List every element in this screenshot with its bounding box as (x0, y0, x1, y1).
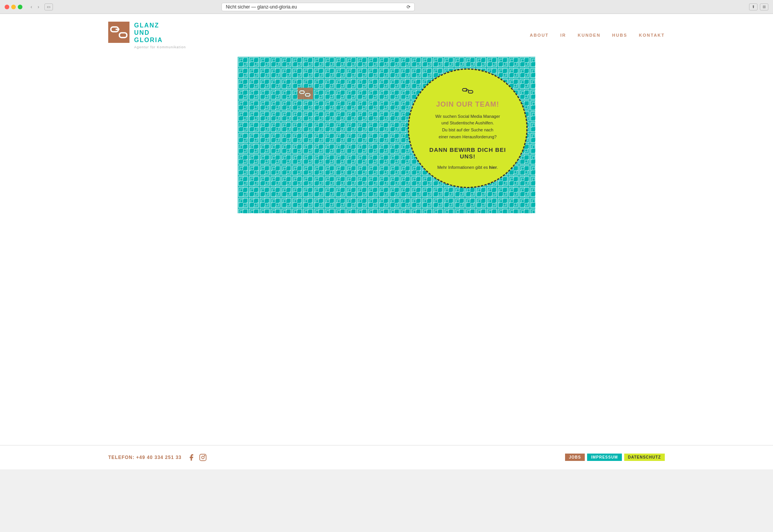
svg-rect-21 (199, 454, 206, 461)
svg-rect-17 (468, 90, 473, 93)
browser-chrome: ‹ › ▭ Nicht sicher — glanz-und-gloria.eu… (0, 0, 773, 14)
svg-rect-14 (305, 93, 310, 96)
pattern-logo-stamp (298, 88, 313, 99)
logo-icon (108, 22, 129, 43)
circle-chain-svg (462, 87, 473, 95)
logo-chain-svg (108, 22, 129, 43)
circle-cta-text: DANN BEWIRB DICH BEI UNS! (421, 146, 515, 160)
svg-rect-13 (300, 91, 304, 93)
footer-social (187, 453, 207, 462)
here-link[interactable]: hier (489, 165, 497, 170)
tab-button[interactable]: ▭ (44, 3, 53, 10)
nav-ir[interactable]: IR (560, 33, 566, 37)
svg-point-22 (201, 456, 204, 459)
forward-button[interactable]: › (36, 3, 41, 10)
facebook-icon[interactable] (187, 453, 196, 462)
main-nav: ABOUT IR KUNDEN HUBS KONTAKT (530, 33, 665, 37)
nav-kunden[interactable]: KUNDEN (578, 33, 601, 37)
yellow-circle-cta: JOIN OUR TEAM! Wir suchen Social Media M… (408, 68, 528, 188)
site-footer: TELEFON: +49 40 334 251 33 (0, 445, 773, 469)
browser-nav: ‹ › (26, 3, 41, 10)
reload-icon[interactable]: ⟳ (407, 4, 410, 10)
share-button[interactable]: ⬆ (749, 3, 758, 10)
nav-kontakt[interactable]: KONTAKT (639, 33, 665, 37)
logo-name: GLANZ UND GLORIA (134, 22, 186, 44)
maximize-dot[interactable] (18, 5, 22, 9)
footer-jobs-button[interactable]: JOBS (565, 454, 585, 461)
zoom-button[interactable]: ⊞ (760, 3, 768, 10)
nav-hubs[interactable]: HUBS (612, 33, 627, 37)
nav-about[interactable]: ABOUT (530, 33, 549, 37)
back-button[interactable]: ‹ (29, 3, 34, 10)
hero-banner: JOIN OUR TEAM! Wir suchen Social Media M… (238, 57, 535, 213)
footer-right: JOBS IMPRESSUM DATENSCHUTZ (565, 454, 665, 461)
site-header: GLANZ UND GLORIA Agentur für Kommunikati… (0, 14, 773, 57)
minimize-dot[interactable] (11, 5, 16, 9)
main-content (0, 213, 773, 445)
circle-body: Wir suchen Social Media Manager und Stud… (435, 113, 500, 140)
browser-right-controls: ⬆ ⊞ (749, 3, 773, 10)
hero-pattern: JOIN OUR TEAM! Wir suchen Social Media M… (238, 57, 535, 213)
circle-logo-icon (462, 87, 473, 97)
footer-phone: TELEFON: +49 40 334 251 33 (108, 455, 182, 460)
logo-tagline: Agentur für Kommunikation (134, 45, 186, 49)
circle-title: JOIN OUR TEAM! (436, 100, 499, 109)
footer-datenschutz-button[interactable]: DATENSCHUTZ (624, 454, 665, 461)
footer-left: TELEFON: +49 40 334 251 33 (108, 453, 207, 462)
page-wrapper: GLANZ UND GLORIA Agentur für Kommunikati… (0, 14, 773, 469)
instagram-icon[interactable] (199, 453, 207, 462)
url-text: Nicht sicher — glanz-und-gloria.eu (226, 4, 297, 10)
address-bar[interactable]: Nicht sicher — glanz-und-gloria.eu ⟳ (221, 3, 415, 11)
circle-info: Mehr Informationen gibt es hier. (437, 165, 498, 170)
window-controls (0, 5, 22, 9)
svg-point-23 (204, 455, 205, 456)
logo-text: GLANZ UND GLORIA Agentur für Kommunikati… (134, 22, 186, 49)
footer-impressum-button[interactable]: IMPRESSUM (587, 454, 622, 461)
svg-rect-1 (119, 33, 127, 37)
logo-area[interactable]: GLANZ UND GLORIA Agentur für Kommunikati… (108, 22, 186, 49)
close-dot[interactable] (5, 5, 9, 9)
pattern-chain-icon (298, 88, 312, 99)
